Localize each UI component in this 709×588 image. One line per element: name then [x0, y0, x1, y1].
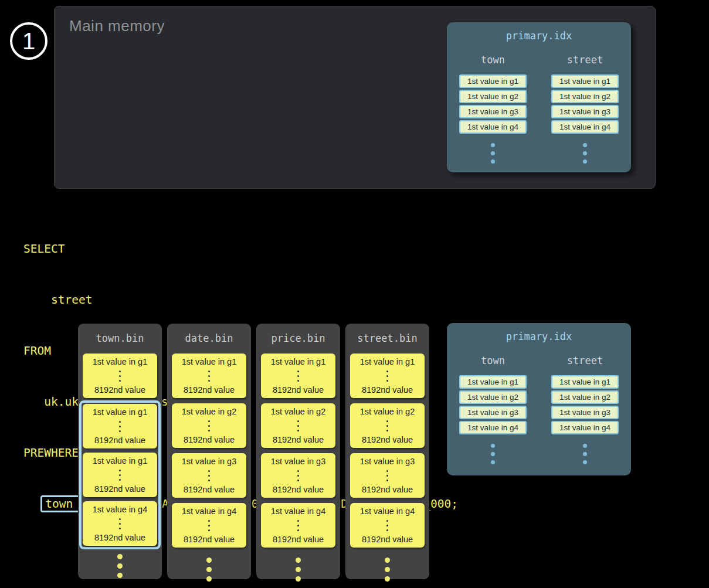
granule-first-value: 1st value in g4 — [93, 505, 148, 514]
column-ellipsis-dots-icon — [206, 558, 212, 582]
granule-first-value: 1st value in g1 — [93, 358, 148, 366]
index-entry-chip: 1st value in g4 — [551, 421, 619, 434]
index-column-town: town 1st value in g1 1st value in g2 1st… — [447, 54, 539, 164]
code-line-select: SELECT — [23, 240, 458, 257]
ellipsis-dots-icon — [491, 444, 495, 464]
index-column-street: street 1st value in g1 1st value in g2 1… — [539, 355, 631, 464]
index-entry-chip: 1st value in g2 — [551, 90, 619, 103]
granule-last-value: 8192nd value — [273, 485, 324, 494]
granule-first-value: 1st value in g4 — [360, 507, 415, 516]
granule-block: 1st value in g4 8192nd value — [350, 503, 425, 548]
index-entry-chip: 1st value in g3 — [459, 105, 527, 118]
granule-first-value: 1st value in g1 — [182, 358, 237, 366]
granule-ellipsis-icon — [297, 420, 299, 431]
granule-last-value: 8192nd value — [273, 386, 324, 395]
step-number: 1 — [22, 28, 35, 55]
index-columns: town 1st value in g1 1st value in g2 1st… — [447, 355, 631, 464]
granule-first-value: 1st value in g2 — [271, 407, 326, 416]
granule-block: 1st value in g3 8192nd value — [261, 453, 335, 498]
granule-block: 1st value in g1 8192nd value — [83, 453, 157, 497]
column-ellipsis-dots-icon — [296, 558, 301, 582]
granule-ellipsis-icon — [208, 371, 210, 382]
granule-ellipsis-icon — [208, 470, 210, 481]
granule-block: 1st value in g2 8192nd value — [172, 403, 246, 448]
main-memory-title: Main memory — [69, 17, 165, 35]
granule-ellipsis-icon — [208, 420, 210, 431]
primary-idx-panel-memory: primary.idx town 1st value in g1 1st val… — [447, 22, 631, 172]
granule-ellipsis-icon — [297, 520, 299, 531]
granule-ellipsis-icon — [297, 470, 299, 481]
column-header-street: street — [567, 54, 603, 66]
bin-column-town: town.bin 1st value in g1 8192nd value 1s… — [78, 324, 162, 579]
granule-first-value: 1st value in g3 — [182, 457, 237, 466]
granule-last-value: 8192nd value — [273, 436, 324, 444]
column-header-street: street — [567, 355, 603, 366]
granule-ellipsis-icon — [386, 420, 388, 431]
ellipsis-dots-icon — [583, 444, 587, 464]
index-entry-chip: 1st value in g3 — [459, 406, 527, 419]
granule-ellipsis-icon — [386, 520, 388, 531]
index-entry-chip: 1st value in g1 — [551, 74, 619, 88]
index-entry-chip: 1st value in g1 — [459, 375, 527, 389]
ellipsis-dots-icon — [583, 143, 587, 164]
selected-granules-outline: 1st value in g1 8192nd value 1st value i… — [79, 400, 161, 549]
granule-last-value: 8192nd value — [184, 436, 235, 444]
index-entry-chip: 1st value in g3 — [551, 406, 619, 419]
bin-column-street: street.bin 1st value in g1 8192nd value … — [345, 324, 429, 579]
index-columns: town 1st value in g1 1st value in g2 1st… — [447, 54, 631, 164]
primary-idx-title: primary.idx — [447, 331, 631, 342]
granule-last-value: 8192nd value — [362, 386, 413, 395]
granule-block: 1st value in g4 8192nd value — [172, 503, 246, 548]
column-ellipsis-dots-icon — [385, 558, 390, 582]
primary-idx-title: primary.idx — [447, 30, 631, 42]
code-line-street: street — [23, 291, 458, 308]
granule-block: 1st value in g3 8192nd value — [350, 453, 425, 498]
granule-ellipsis-icon — [119, 371, 121, 382]
granule-last-value: 8192nd value — [273, 535, 324, 544]
bin-title: street.bin — [357, 332, 417, 344]
index-entry-chip: 1st value in g1 — [551, 375, 619, 389]
granule-block: 1st value in g3 8192nd value — [172, 453, 246, 498]
granule-first-value: 1st value in g4 — [271, 507, 326, 516]
granule-ellipsis-icon — [386, 371, 388, 382]
index-entry-chip: 1st value in g2 — [459, 90, 527, 103]
granule-first-value: 1st value in g1 — [271, 358, 326, 366]
bin-column-price: price.bin 1st value in g1 8192nd value 1… — [256, 324, 340, 579]
index-entry-chip: 1st value in g1 — [459, 74, 527, 88]
ellipsis-dots-icon — [491, 143, 495, 164]
granule-first-value: 1st value in g3 — [271, 457, 326, 466]
column-header-town: town — [481, 54, 505, 66]
granule-first-value: 1st value in g4 — [182, 507, 237, 516]
granule-last-value: 8192nd value — [94, 386, 145, 395]
granule-first-value: 1st value in g1 — [360, 358, 415, 366]
granule-last-value: 8192nd value — [94, 533, 145, 542]
granule-block: 1st value in g1 8192nd value — [83, 354, 157, 398]
index-entry-chip: 1st value in g2 — [459, 390, 527, 404]
index-entry-chip: 1st value in g3 — [551, 105, 619, 118]
granule-block: 1st value in g4 8192nd value — [261, 503, 335, 548]
bin-title: date.bin — [185, 332, 233, 344]
index-entry-chip: 1st value in g4 — [551, 120, 619, 134]
bin-title: town.bin — [96, 332, 144, 344]
index-entry-chip: 1st value in g4 — [459, 421, 527, 434]
granule-block: 1st value in g2 8192nd value — [261, 403, 335, 448]
granule-first-value: 1st value in g2 — [182, 407, 237, 416]
granule-last-value: 8192nd value — [94, 485, 145, 494]
granule-block: 1st value in g2 8192nd value — [350, 403, 425, 448]
granule-block: 1st value in g1 8192nd value — [350, 354, 425, 398]
granule-last-value: 8192nd value — [184, 386, 235, 395]
index-entry-chip: 1st value in g2 — [551, 390, 619, 404]
column-header-town: town — [481, 355, 505, 366]
step-badge: 1 — [10, 22, 48, 60]
granule-ellipsis-icon — [119, 518, 121, 529]
granule-first-value: 1st value in g3 — [360, 457, 415, 466]
granule-first-value: 1st value in g1 — [93, 408, 148, 417]
column-ellipsis-dots-icon — [117, 554, 123, 578]
granule-block: 1st value in g1 8192nd value — [172, 354, 246, 398]
granule-last-value: 8192nd value — [184, 485, 235, 494]
granule-first-value: 1st value in g1 — [93, 457, 148, 465]
granule-last-value: 8192nd value — [362, 535, 413, 544]
granule-block: 1st value in g1 8192nd value — [83, 404, 157, 448]
granule-ellipsis-icon — [208, 520, 210, 531]
granule-last-value: 8192nd value — [362, 436, 413, 444]
